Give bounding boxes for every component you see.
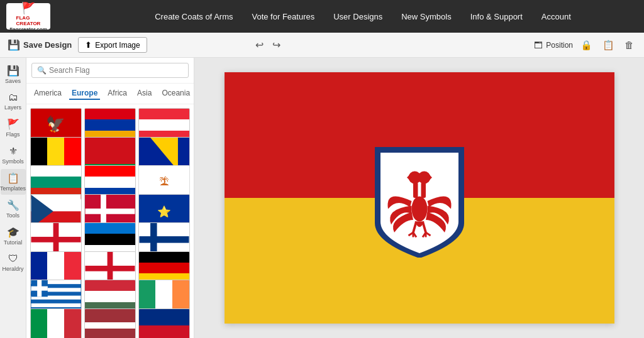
export-icon: ⬆ <box>85 40 92 50</box>
templates-label: Templates <box>0 185 26 192</box>
main-content: 💾 Saves 🗂 Layers 🚩 Flags ⚜ Symbols 📋 Tem… <box>0 58 644 338</box>
svg-point-37 <box>418 172 430 184</box>
tab-europe[interactable]: Europe <box>69 87 100 100</box>
export-label: Export Image <box>95 41 140 50</box>
save-design-label: Save Design <box>23 40 72 50</box>
sidebar-item-tools[interactable]: 🔧 Tools <box>1 196 26 222</box>
app-logo[interactable]: 🚩 FLAGCREATOR flagcreator.com <box>6 3 50 30</box>
search-input-wrap: 🔍 <box>31 63 189 78</box>
tools-icon: 🔧 <box>7 199 19 211</box>
sidebar-item-templates[interactable]: 📋 Templates <box>1 169 26 195</box>
nav-links: Create Coats of Arms Vote for Features U… <box>88 12 638 21</box>
layers-label: Layers <box>4 104 21 111</box>
flags-label: Flags <box>6 131 19 138</box>
svg-rect-11 <box>86 208 135 214</box>
position-icon: 🗔 <box>534 40 543 50</box>
redo-button[interactable]: ↪ <box>270 38 283 52</box>
nav-account[interactable]: Account <box>541 12 571 21</box>
list-item[interactable] <box>84 308 136 339</box>
canvas-area[interactable] <box>194 58 644 338</box>
flags-grid: 🦅 🏝 <box>26 104 194 338</box>
sidebar-item-layers[interactable]: 🗂 Layers <box>1 89 26 114</box>
sidebar-item-tutorial[interactable]: 🎓 Tutorial <box>1 223 26 249</box>
logo-url: flagcreator.com <box>9 26 47 32</box>
toolbar-mid: ↩ ↪ <box>253 38 283 52</box>
side-icon-panel: 💾 Saves 🗂 Layers 🚩 Flags ⚜ Symbols 📋 Tem… <box>0 58 26 338</box>
nav-info-support[interactable]: Info & Support <box>470 12 523 21</box>
save-design-button[interactable]: 💾 Save Design <box>8 39 72 51</box>
toolbar-right: 🗔 Position 🔒 📋 🗑 <box>534 38 636 52</box>
toolbar: 💾 Save Design ⬆ Export Image ↩ ↪ 🗔 Posit… <box>0 33 644 58</box>
nav-user-designs[interactable]: User Designs <box>333 12 382 21</box>
tutorial-icon: 🎓 <box>7 226 19 238</box>
sidebar-item-symbols[interactable]: ⚜ Symbols <box>1 142 26 168</box>
coat-of-arms[interactable] <box>369 141 470 254</box>
list-item[interactable] <box>138 308 190 339</box>
position-label: Position <box>546 41 573 50</box>
save-icon: 💾 <box>8 39 20 51</box>
tools-label: Tools <box>6 212 19 219</box>
symbols-label: Symbols <box>2 158 24 165</box>
tutorial-label: Tutorial <box>4 239 23 246</box>
svg-rect-19 <box>140 236 189 243</box>
flag-canvas <box>225 72 614 324</box>
saves-icon: 💾 <box>7 65 19 77</box>
logo-icon: 🚩 <box>21 1 35 15</box>
symbols-icon: ⚜ <box>9 145 18 157</box>
nav-vote-features[interactable]: Vote for Features <box>252 12 314 21</box>
heraldry-icon: 🛡 <box>8 253 18 264</box>
tab-oceania[interactable]: Oceania <box>159 87 192 100</box>
flag-panel: 🔍 America Europe Africa Asia Oceania 🦅 <box>26 58 194 338</box>
sidebar-item-saves[interactable]: 💾 Saves <box>1 62 26 87</box>
duplicate-button[interactable]: 📋 <box>600 38 617 52</box>
logo-area: 🚩 FLAGCREATOR flagcreator.com <box>6 3 88 30</box>
position-button[interactable]: 🗔 Position <box>534 40 573 50</box>
delete-button[interactable]: 🗑 <box>622 38 636 52</box>
heraldry-label: Heraldry <box>3 266 24 272</box>
logo-name: FLAGCREATOR <box>16 15 41 26</box>
flags-icon: 🚩 <box>7 118 19 130</box>
svg-text:⭐: ⭐ <box>157 205 171 219</box>
saves-label: Saves <box>5 78 21 84</box>
undo-button[interactable]: ↩ <box>253 38 266 52</box>
sidebar-item-flags[interactable]: 🚩 Flags <box>1 115 26 141</box>
svg-rect-22 <box>86 265 135 271</box>
tab-africa[interactable]: Africa <box>105 87 130 100</box>
svg-rect-32 <box>31 286 48 291</box>
svg-text:🦅: 🦅 <box>47 115 66 134</box>
search-icon: 🔍 <box>37 66 47 75</box>
templates-icon: 📋 <box>7 172 19 184</box>
sidebar-item-heraldry[interactable]: 🛡 Heraldry <box>1 250 26 275</box>
search-area: 🔍 <box>26 58 194 84</box>
nav-create-coats[interactable]: Create Coats of Arms <box>155 12 233 21</box>
search-input[interactable] <box>49 66 183 75</box>
svg-text:🏝: 🏝 <box>159 177 169 187</box>
list-item[interactable] <box>30 308 82 339</box>
export-image-button[interactable]: ⬆ Export Image <box>78 37 147 53</box>
toolbar-left: 💾 Save Design ⬆ Export Image <box>8 37 247 53</box>
top-navigation: 🚩 FLAGCREATOR flagcreator.com Create Coa… <box>0 0 644 33</box>
svg-rect-34 <box>413 182 418 198</box>
layers-icon: 🗂 <box>8 92 18 103</box>
svg-rect-35 <box>421 182 426 198</box>
svg-rect-16 <box>31 237 81 243</box>
tab-america[interactable]: America <box>31 87 64 100</box>
svg-rect-28 <box>31 303 81 307</box>
svg-point-33 <box>411 197 427 222</box>
tab-asia[interactable]: Asia <box>135 87 154 100</box>
region-tabs: America Europe Africa Asia Oceania <box>26 84 194 104</box>
nav-new-symbols[interactable]: New Symbols <box>401 12 451 21</box>
lock-button[interactable]: 🔒 <box>578 38 595 52</box>
